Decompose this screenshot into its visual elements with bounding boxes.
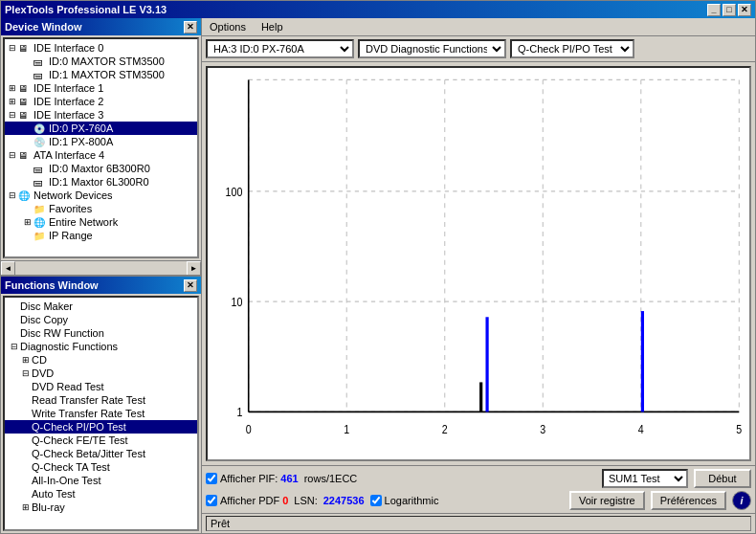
tree-label: IDE Interface 1 (33, 82, 103, 94)
rows-ecc-label: rows/1ECC (304, 473, 358, 484)
tree-item-ata4[interactable]: ⊟ 🖥 ATA Interface 4 (5, 148, 197, 162)
expand-icon[interactable]: ⊟ (7, 190, 18, 200)
expand-icon[interactable]: ⊞ (7, 97, 18, 106)
tree-item-ata4-d1[interactable]: 🖴 ID:1 Maxtor 6L300R0 (5, 175, 197, 189)
maximize-button[interactable]: □ (723, 4, 736, 16)
pdf-checkbox[interactable] (206, 495, 217, 506)
svg-rect-22 (479, 382, 482, 412)
func-label: Disc RW Function (20, 327, 104, 339)
tree-item-net[interactable]: ⊟ 🌐 Network Devices (5, 189, 197, 202)
device-tree[interactable]: ⊟ 🖥 IDE Interface 0 🖴 ID:0 MAXTOR STM350… (3, 37, 199, 258)
expand-icon[interactable]: ⊟ (9, 342, 20, 351)
func-writetransfer[interactable]: Write Transfer Rate Test (5, 407, 197, 420)
pif-checkbox-container: Afficher PIF: 461 (206, 473, 299, 484)
device-window-title: Device Window (5, 21, 82, 33)
expand-icon[interactable]: ⊞ (20, 355, 32, 365)
expand-icon[interactable]: ⊟ (7, 43, 18, 53)
tree-item-ata4-d0[interactable]: 🖴 ID:0 Maxtor 6B300R0 (5, 162, 197, 175)
expand-icon[interactable]: ⊞ (7, 83, 18, 93)
tree-item-ide0-d0[interactable]: 🖴 ID:0 MAXTOR STM3500 (5, 55, 197, 68)
device-window-title-bar: Device Window ✕ (1, 18, 201, 35)
debut-button[interactable]: Début (694, 469, 751, 488)
info-button[interactable]: i (732, 491, 751, 510)
sum-test-select[interactable]: SUM1 Test (602, 469, 688, 488)
func-qcheck[interactable]: Q-Check PI/PO Test (5, 420, 197, 434)
svg-text:3: 3 (540, 423, 545, 435)
tree-label: IDE Interface 0 (33, 42, 103, 54)
tree-item-ide0-d1[interactable]: 🖴 ID:1 MAXTOR STM3500 (5, 68, 197, 81)
menu-options[interactable]: Options (206, 20, 250, 33)
func-disc-rw[interactable]: Disc RW Function (5, 326, 197, 340)
func-dvd[interactable]: ⊟ DVD (5, 367, 197, 380)
func-label: CD (32, 354, 47, 366)
tree-item-ide0[interactable]: ⊟ 🖥 IDE Interface 0 (5, 41, 197, 55)
tree-label: Entire Network (49, 216, 118, 228)
expand-icon[interactable]: ⊟ (7, 110, 18, 120)
tree-item-net-fav[interactable]: 📁 Favorites (5, 202, 197, 215)
tree-label: ATA Interface 4 (33, 149, 104, 161)
functions-tree[interactable]: Disc Maker Disc Copy Disc RW Function ⊟ … (3, 296, 199, 531)
cd-icon: 💿 (33, 123, 47, 134)
scroll-right-btn[interactable]: ► (187, 261, 201, 276)
drive-select[interactable]: HA:3 ID:0 PX-760A (206, 39, 354, 58)
func-autotest[interactable]: Auto Test (5, 487, 197, 501)
func-disc-maker[interactable]: Disc Maker (5, 300, 197, 313)
tree-item-net-all[interactable]: ⊞ 🌐 Entire Network (5, 215, 197, 229)
preferences-button[interactable]: Préférences (651, 491, 726, 510)
test-select[interactable]: Q-Check PI/PO Test (510, 39, 634, 58)
func-readtransfer[interactable]: Read Transfer Rate Test (5, 393, 197, 407)
expand-icon[interactable]: ⊟ (7, 150, 18, 160)
tree-label: Favorites (49, 203, 92, 214)
func-diag[interactable]: ⊟ Diagnostic Functions (5, 340, 197, 353)
expand-icon[interactable]: ⊞ (22, 217, 33, 227)
close-button[interactable]: ✕ (738, 4, 751, 16)
log-checkbox-container: Logarithmic (370, 495, 439, 506)
status-panel: Prêt (206, 516, 751, 531)
func-qcheckfe[interactable]: Q-Check FE/TE Test (5, 434, 197, 447)
hdd-icon: 🖴 (33, 177, 47, 188)
network-icon: 🌐 (33, 217, 47, 228)
tree-label: IP Range (49, 230, 93, 241)
pif-checkbox[interactable] (206, 473, 217, 484)
voir-registre-button[interactable]: Voir registre (569, 491, 645, 510)
folder-icon: 📁 (33, 231, 47, 241)
svg-rect-0 (208, 68, 749, 459)
tree-item-ide3-d0[interactable]: 💿 ID:0 PX-760A (5, 122, 197, 135)
functions-window: Functions Window ✕ Disc Maker Disc Copy (1, 277, 201, 533)
func-cd[interactable]: ⊞ CD (5, 353, 197, 367)
function-select[interactable]: DVD Diagnostic Functions (358, 39, 506, 58)
scroll-left-btn[interactable]: ◄ (1, 261, 15, 276)
svg-rect-23 (485, 317, 488, 412)
func-qcheckbeta[interactable]: Q-Check Beta/Jitter Test (5, 447, 197, 460)
folder-icon: 🖥 (18, 43, 32, 54)
tree-item-ide1[interactable]: ⊞ 🖥 IDE Interface 1 (5, 81, 197, 95)
func-qcheckta[interactable]: Q-Check TA Test (5, 460, 197, 474)
functions-window-close[interactable]: ✕ (184, 279, 197, 292)
pdf-checkbox-container: Afficher PDF 0 (206, 495, 288, 506)
main-content: Device Window ✕ ⊟ 🖥 IDE Interface 0 🖴 ID… (1, 18, 755, 533)
func-dvdread[interactable]: DVD Read Test (5, 380, 197, 393)
bottom-controls: Afficher PIF: 461 rows/1ECC SUM1 Test Dé… (202, 465, 755, 513)
tree-item-ide3[interactable]: ⊟ 🖥 IDE Interface 3 (5, 108, 197, 122)
title-bar-buttons: _ □ ✕ (707, 4, 751, 16)
func-bluray[interactable]: ⊞ Blu-ray (5, 501, 197, 514)
log-checkbox[interactable] (370, 495, 382, 506)
menu-help[interactable]: Help (257, 20, 287, 33)
tree-item-ide2[interactable]: ⊞ 🖥 IDE Interface 2 (5, 95, 197, 108)
func-disc-copy[interactable]: Disc Copy (5, 313, 197, 326)
functions-window-title: Functions Window (5, 279, 99, 291)
network-icon: 🌐 (18, 190, 32, 201)
expand-icon[interactable]: ⊞ (20, 502, 32, 512)
folder-icon: 📁 (33, 204, 47, 214)
device-scrollbar-h[interactable]: ◄ ► (1, 260, 201, 275)
hdd-icon: 🖴 (33, 56, 47, 67)
menu-bar: Options Help (202, 18, 755, 36)
func-label: All-In-One Test (32, 475, 101, 486)
svg-text:5: 5 (736, 423, 742, 435)
tree-item-ide3-d1[interactable]: 💿 ID:1 PX-800A (5, 135, 197, 148)
expand-icon[interactable]: ⊟ (20, 368, 32, 378)
device-window-close[interactable]: ✕ (184, 21, 197, 33)
minimize-button[interactable]: _ (707, 4, 721, 16)
tree-item-net-ip[interactable]: 📁 IP Range (5, 229, 197, 242)
func-allinone[interactable]: All-In-One Test (5, 474, 197, 487)
